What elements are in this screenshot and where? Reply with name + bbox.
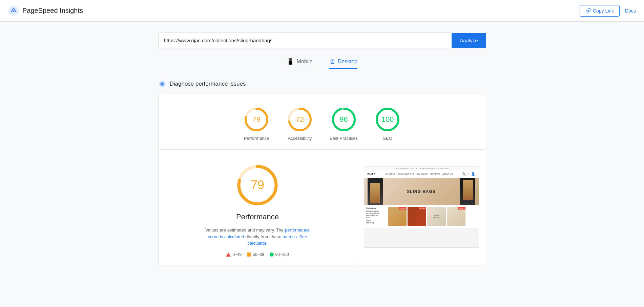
legend-fail: 0–49: [226, 252, 242, 257]
product-3-label: Womanwith bag: [433, 215, 440, 219]
desktop-icon: 🖥: [329, 58, 335, 65]
tab-mobile[interactable]: 📱 Mobile: [287, 58, 313, 69]
gauge-seo-label: SEO: [383, 136, 392, 141]
legend-average: 50–89: [247, 252, 264, 257]
site-products-row: Collection • black-handbags • cross-hand…: [364, 205, 479, 228]
nav-sling: SLING BAG: [417, 173, 428, 175]
banner-text: SLING BAGS: [407, 189, 436, 194]
gauge-seo-circle: 100: [374, 106, 401, 133]
analyze-button[interactable]: Analyze: [452, 33, 486, 48]
tab-mobile-label: Mobile: [297, 59, 313, 65]
big-gauge: 79: [235, 163, 279, 207]
banner-img-left: [368, 178, 383, 205]
legend-average-icon: [247, 253, 251, 257]
metrics-link[interactable]: metrics: [283, 234, 297, 239]
legend-fail-label: 0–49: [232, 252, 242, 257]
site-promo-bar: FLAT 10% INSTANT DISCOUNT ON FIRST ORDER…: [364, 167, 479, 170]
section-title: Diagnose performance issues: [170, 81, 246, 87]
gauge-accessibility-value: 72: [296, 115, 304, 124]
gauge-seo: 100 SEO: [374, 106, 401, 141]
main-content: Analyze 📱 Mobile 🖥 Desktop Diagnose perf…: [153, 22, 492, 276]
legend-pass: 90–100: [270, 252, 289, 257]
nav-shoulder: SHOULDER BAG: [398, 173, 414, 175]
gauge-best-practices-label: Best Practices: [330, 136, 358, 141]
product-2: ON SALE: [408, 207, 426, 226]
mobile-icon: 📱: [287, 58, 294, 65]
legend-pass-icon: [270, 253, 274, 257]
banner-img-right: [460, 178, 475, 205]
link-icon: [585, 8, 591, 14]
performance-section-title: Performance: [236, 213, 279, 221]
diagnose-icon: [158, 80, 166, 88]
score-legend: 0–49 50–89 90–100: [226, 252, 289, 257]
nav-about: ABOUT US: [442, 173, 453, 175]
performance-detail: 79 Performance Values are estimated and …: [159, 150, 357, 265]
score-card: 79 Performance 72 Accessibility: [158, 95, 486, 150]
nav-reviews: REVIEWS: [430, 173, 440, 175]
site-banner: SLING BAGS: [364, 178, 479, 205]
copy-link-button[interactable]: Copy Link: [580, 5, 620, 17]
product-1: ON SALE: [388, 207, 407, 226]
gauge-best-practices-circle: 96: [330, 106, 357, 133]
url-input[interactable]: [158, 32, 452, 48]
gauge-accessibility-label: Accessibility: [288, 136, 312, 141]
site-nav-icons: 🔍♡👤: [462, 172, 475, 176]
site-logo: RIJAC: [368, 173, 376, 176]
docs-link[interactable]: Docs: [625, 8, 636, 14]
site-promo-text: FLAT 10% INSTANT DISCOUNT ON FIRST ORDER…: [394, 168, 449, 170]
legend-fail-icon: [226, 253, 231, 257]
gauge-performance-value: 79: [252, 115, 261, 124]
gauge-best-practices-value: 96: [339, 115, 348, 124]
app-header: PageSpeed Insights Copy Link Docs: [0, 0, 644, 22]
product-4: ON SALE: [447, 207, 465, 226]
product-1-badge: ON SALE: [399, 207, 406, 210]
product-3: Womanwith bag: [427, 207, 446, 226]
product-grid: ON SALE ON SALE Womanwith bag ON SALE: [388, 207, 477, 226]
product-4-badge: ON SALE: [458, 207, 465, 210]
nav-handbag: HANDBAG: [385, 173, 395, 175]
url-bar: Analyze: [158, 32, 486, 48]
section-header: Diagnose performance issues: [158, 80, 486, 88]
site-nav-items: HANDBAG SHOULDER BAG SLING BAG REVIEWS A…: [385, 173, 453, 175]
app-title: PageSpeed Insights: [22, 7, 83, 15]
logo-container: PageSpeed Insights: [8, 5, 83, 16]
svg-point-3: [161, 83, 163, 85]
legend-average-label: 50–89: [253, 252, 264, 257]
gauge-accessibility: 72 Accessibility: [286, 106, 313, 141]
product-2-badge: ON SALE: [419, 207, 426, 210]
site-screenshot: FLAT 10% INSTANT DISCOUNT ON FIRST ORDER…: [364, 167, 479, 248]
score-gauges: 79 Performance 72 Accessibility: [167, 106, 478, 141]
tab-desktop-label: Desktop: [338, 59, 358, 65]
gauge-seo-value: 100: [381, 115, 394, 124]
site-nav-bar: RIJAC HANDBAG SHOULDER BAG SLING BAG REV…: [364, 170, 479, 178]
screenshot-inner: FLAT 10% INSTANT DISCOUNT ON FIRST ORDER…: [364, 167, 479, 247]
performance-note: Values are estimated and may vary. The p…: [203, 227, 312, 247]
pagespeed-logo: [8, 5, 19, 16]
gauge-performance: 79 Performance: [243, 106, 270, 141]
tab-desktop[interactable]: 🖥 Desktop: [329, 58, 358, 69]
big-gauge-value: 79: [251, 178, 264, 192]
gauge-performance-circle: 79: [243, 106, 270, 133]
gauge-performance-label: Performance: [244, 136, 269, 141]
collection-label: Collection: [366, 207, 387, 209]
card-divider: [159, 149, 486, 149]
gauge-accessibility-circle: 72: [286, 106, 313, 133]
detail-section: 79 Performance Values are estimated and …: [158, 150, 486, 265]
site-collection-sidebar: Collection • black-handbags • cross-hand…: [366, 207, 387, 226]
collection-item-4: • Sling: [366, 216, 387, 218]
device-tabs: 📱 Mobile 🖥 Desktop: [158, 58, 486, 69]
color-black: • Black (0): [366, 222, 387, 224]
legend-pass-label: 90–100: [275, 252, 289, 257]
preview-section: FLAT 10% INSTANT DISCOUNT ON FIRST ORDER…: [357, 150, 486, 265]
header-actions: Copy Link Docs: [580, 5, 636, 17]
gauge-best-practices: 96 Best Practices: [330, 106, 358, 141]
